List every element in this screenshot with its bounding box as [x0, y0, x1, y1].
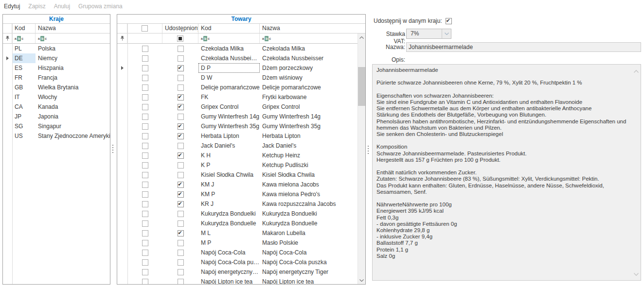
- row-select-checkbox[interactable]: [142, 220, 148, 227]
- towary-kod-cell[interactable]: D P: [198, 63, 260, 73]
- row-select-checkbox[interactable]: [142, 182, 148, 188]
- udostepniony-checkbox[interactable]: [178, 172, 184, 178]
- udostepniony-checkbox[interactable]: [178, 123, 184, 130]
- kraje-nazwa-cell[interactable]: Hiszpania: [36, 63, 110, 73]
- udostepniony-cell[interactable]: [162, 141, 198, 151]
- kraje-kod-cell[interactable]: US: [12, 131, 36, 141]
- udostepniony-cell[interactable]: [162, 257, 198, 267]
- row-select-checkbox[interactable]: [142, 269, 148, 275]
- udostepniony-checkbox[interactable]: [178, 259, 184, 266]
- towary-filter-select[interactable]: [127, 34, 162, 43]
- row-select-checkbox[interactable]: [142, 133, 148, 139]
- scrollbar-thumb[interactable]: [358, 67, 365, 106]
- row-select-checkbox[interactable]: [142, 240, 148, 246]
- row-select-cell[interactable]: [127, 102, 162, 112]
- share-in-country-checkbox[interactable]: [446, 18, 452, 24]
- row-select-checkbox[interactable]: [142, 230, 148, 236]
- towary-nazwa-cell[interactable]: Herbata Lipton: [260, 131, 358, 141]
- towary-kod-cell[interactable]: D W: [198, 73, 260, 83]
- row-select-cell[interactable]: [127, 219, 162, 228]
- udostepniony-checkbox[interactable]: [178, 46, 184, 52]
- udostepniony-checkbox[interactable]: [178, 201, 184, 207]
- towary-nazwa-cell[interactable]: Jack Daniel's: [260, 141, 358, 151]
- udostepniony-cell[interactable]: [162, 121, 198, 131]
- towary-column-header-nazwa[interactable]: Nazwa: [260, 24, 365, 33]
- kraje-kod-cell[interactable]: IT: [12, 92, 36, 102]
- splitter-kraje-towary[interactable]: [112, 145, 114, 153]
- name-field[interactable]: [406, 42, 641, 52]
- towary-row[interactable]: KR JKawa rozpuszczalna Jacobs: [117, 199, 358, 209]
- udostepniony-cell[interactable]: [162, 209, 198, 219]
- kraje-row[interactable]: JPJaponia: [3, 112, 110, 121]
- kraje-kod-cell[interactable]: FR: [12, 73, 36, 83]
- row-select-checkbox[interactable]: [142, 46, 148, 52]
- kraje-nazwa-cell[interactable]: Stany Zjednoczone Ameryki: [36, 131, 110, 141]
- kraje-kod-cell[interactable]: ES: [12, 63, 36, 73]
- udostepniony-cell[interactable]: [162, 92, 198, 102]
- towary-kod-cell[interactable]: Jack Daniel's: [198, 141, 260, 151]
- udostepniony-cell[interactable]: [162, 73, 198, 83]
- vat-rate-combobox[interactable]: 7%: [406, 29, 451, 39]
- towary-row[interactable]: FKFrytki karbowane: [117, 92, 358, 102]
- towary-nazwa-cell[interactable]: Makaron Lubella: [260, 228, 358, 238]
- row-select-cell[interactable]: [127, 53, 162, 63]
- row-select-cell[interactable]: [127, 131, 162, 141]
- udostepniony-checkbox[interactable]: [178, 75, 184, 81]
- udostepniony-cell[interactable]: [162, 112, 198, 121]
- udostepniony-cell[interactable]: [162, 102, 198, 112]
- row-select-cell[interactable]: [127, 189, 162, 199]
- towary-row[interactable]: Herbata LiptonHerbata Lipton: [117, 131, 358, 141]
- udostepniony-checkbox[interactable]: [178, 65, 184, 71]
- udostepniony-checkbox[interactable]: [178, 279, 184, 285]
- kraje-nazwa-cell[interactable]: Kanada: [36, 102, 110, 112]
- towary-nazwa-cell[interactable]: Kawa mielona Pedro's: [260, 189, 358, 199]
- kraje-row[interactable]: ESHiszpania: [3, 63, 110, 73]
- udostepniony-cell[interactable]: [162, 83, 198, 92]
- towary-nazwa-cell[interactable]: Czekolada Nussbeisser: [260, 53, 358, 63]
- row-select-cell[interactable]: [127, 267, 162, 277]
- scroll-down-arrow-icon[interactable]: [634, 270, 639, 277]
- description-field[interactable]: Johannisbeermarmelade Pürierte schwarze …: [372, 64, 641, 281]
- udostepniony-cell[interactable]: [162, 170, 198, 180]
- kraje-row[interactable]: GBWielka Brytania: [3, 83, 110, 92]
- towary-kod-cell[interactable]: Gumy Winterfresh 35g: [198, 121, 260, 131]
- towary-row[interactable]: Gumy Winterfresh 35gGumy Winterfresh 35g: [117, 121, 358, 131]
- kraje-column-header-kod[interactable]: Kod: [12, 24, 36, 33]
- row-select-cell[interactable]: [127, 199, 162, 209]
- kraje-filter-kod[interactable]: abc: [12, 34, 36, 43]
- udostepniony-cell[interactable]: [162, 228, 198, 238]
- towary-nazwa-cell[interactable]: Dżem porzeczkowy: [260, 63, 358, 73]
- row-select-checkbox[interactable]: [142, 65, 148, 71]
- towary-row[interactable]: K HKetchup Heinz: [117, 151, 358, 160]
- udostepniony-checkbox[interactable]: [178, 211, 184, 217]
- towary-row[interactable]: M PMasło Polskie: [117, 238, 358, 248]
- towary-column-header-udostepniony[interactable]: Udostępniony: [162, 24, 198, 33]
- row-select-checkbox[interactable]: [142, 123, 148, 130]
- row-select-cell[interactable]: [127, 141, 162, 151]
- kraje-row[interactable]: DENiemcy: [3, 53, 110, 63]
- towary-row[interactable]: KM JKawa mielona Jacobs: [117, 180, 358, 189]
- menu-item-grupowa-zmiana[interactable]: Grupowa zmiana: [78, 3, 127, 10]
- towary-kod-cell[interactable]: KR J: [198, 199, 260, 209]
- kraje-nazwa-cell[interactable]: Polska: [36, 44, 110, 53]
- towary-nazwa-cell[interactable]: Delicje pomarańczowe: [260, 83, 358, 92]
- towary-row[interactable]: D PDżem porzeczkowy: [117, 63, 358, 73]
- towary-kod-cell[interactable]: Gripex Control: [198, 102, 260, 112]
- udostepniony-checkbox[interactable]: [178, 191, 184, 198]
- row-select-cell[interactable]: [127, 92, 162, 102]
- towary-kod-cell[interactable]: Herbata Lipton: [198, 131, 260, 141]
- udostepniony-cell[interactable]: [162, 267, 198, 277]
- row-select-cell[interactable]: [127, 121, 162, 131]
- row-select-checkbox[interactable]: [142, 279, 148, 285]
- towary-row[interactable]: Napój Coca-ColaNapój Coca-Cola: [117, 248, 358, 257]
- udostepniony-cell[interactable]: [162, 180, 198, 189]
- towary-nazwa-cell[interactable]: Kawa rozpuszczalna Jacobs: [260, 199, 358, 209]
- towary-kod-cell[interactable]: FK: [198, 92, 260, 102]
- towary-nazwa-cell[interactable]: Napój Lipton ice tea: [260, 277, 358, 284]
- towary-kod-cell[interactable]: Napój Lipton ice tea: [198, 277, 260, 284]
- row-select-checkbox[interactable]: [142, 104, 148, 110]
- menu-item-edytuj[interactable]: Edytuj: [4, 3, 24, 10]
- towary-row[interactable]: Gripex ControlGripex Control: [117, 102, 358, 112]
- row-select-checkbox[interactable]: [142, 55, 148, 62]
- udostepniony-checkbox[interactable]: [178, 133, 184, 139]
